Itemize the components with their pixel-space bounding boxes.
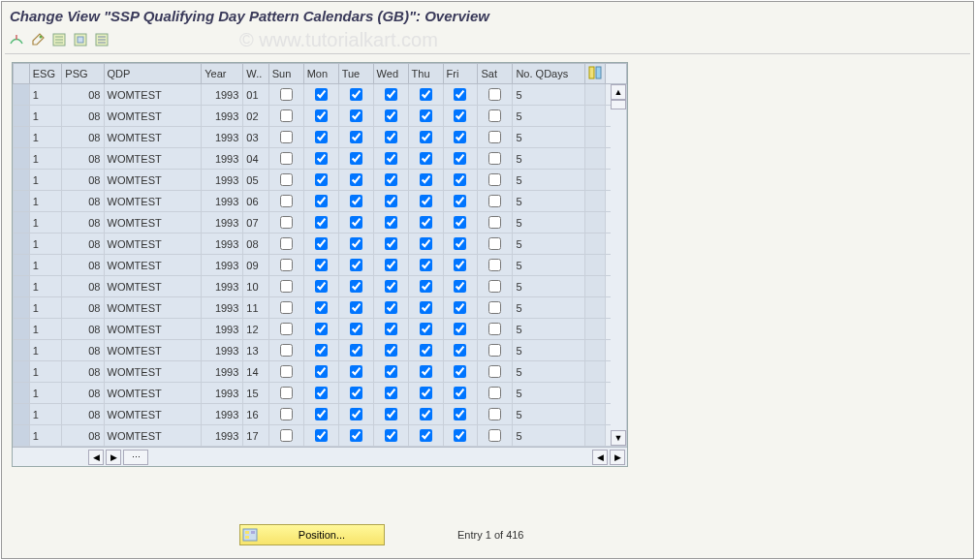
checkbox-fri[interactable] [454,323,466,335]
row-selector[interactable] [14,255,30,276]
cell-year[interactable]: 1993 [202,127,243,148]
cell-psg[interactable]: 08 [62,297,104,319]
cell-sun[interactable] [268,127,303,148]
cell-year[interactable]: 1993 [202,191,243,212]
table-row[interactable]: 108WOMTEST1993025 [14,106,627,127]
cell-psg[interactable]: 08 [62,191,104,212]
cell-sun[interactable] [268,255,303,276]
cell-sun[interactable] [268,170,303,191]
cell-mon[interactable] [303,148,338,170]
cell-week[interactable]: 10 [243,276,268,297]
checkbox-sun[interactable] [280,387,293,399]
cell-week[interactable]: 04 [243,148,268,170]
cell-week[interactable]: 01 [243,84,268,106]
checkbox-mon[interactable] [315,387,328,399]
checkbox-wed[interactable] [385,152,397,165]
checkbox-wed[interactable] [385,323,397,335]
checkbox-mon[interactable] [315,323,328,335]
cell-sat[interactable] [478,297,513,319]
cell-week[interactable]: 12 [243,319,268,340]
cell-fri[interactable] [443,319,478,340]
checkbox-fri[interactable] [454,195,466,207]
checkbox-thu[interactable] [420,344,432,357]
checkbox-wed[interactable] [385,429,397,442]
cell-mon[interactable] [303,191,338,212]
cell-year[interactable]: 1993 [202,383,243,404]
cell-qdp[interactable]: WOMTEST [104,361,202,383]
cell-thu[interactable] [408,84,443,106]
cell-psg[interactable]: 08 [62,276,104,297]
cell-sat[interactable] [478,276,513,297]
checkbox-sun[interactable] [280,237,293,250]
cell-thu[interactable] [408,425,443,447]
checkbox-wed[interactable] [385,237,397,250]
cell-tue[interactable] [338,191,373,212]
cell-fri[interactable] [443,212,478,233]
cell-tue[interactable] [338,425,373,447]
cell-wed[interactable] [373,84,408,106]
checkbox-wed[interactable] [385,408,397,420]
cell-qdp[interactable]: WOMTEST [104,233,202,255]
cell-wed[interactable] [373,319,408,340]
checkbox-wed[interactable] [385,173,397,186]
delete-icon[interactable] [93,31,110,48]
checkbox-tue[interactable] [350,365,362,378]
col-mon[interactable]: Mon [303,64,338,84]
checkbox-tue[interactable] [350,280,362,293]
cell-thu[interactable] [408,297,443,319]
checkbox-sun[interactable] [280,259,293,271]
cell-tue[interactable] [338,404,373,425]
checkbox-sat[interactable] [488,109,501,122]
cell-week[interactable]: 06 [243,191,268,212]
cell-sat[interactable] [478,170,513,191]
cell-wed[interactable] [373,233,408,255]
cell-fri[interactable] [443,404,478,425]
checkbox-mon[interactable] [315,131,328,143]
table-row[interactable]: 108WOMTEST1993055 [14,170,627,191]
cell-year[interactable]: 1993 [202,255,243,276]
table-row[interactable]: 108WOMTEST1993095 [14,255,627,276]
cell-wed[interactable] [373,148,408,170]
cell-fri[interactable] [443,425,478,447]
checkbox-sat[interactable] [488,152,501,165]
col-wed[interactable]: Wed [373,64,408,84]
cell-sun[interactable] [268,84,303,106]
cell-mon[interactable] [303,170,338,191]
cell-esg[interactable]: 1 [29,319,62,340]
col-fri[interactable]: Fri [443,64,478,84]
cell-mon[interactable] [303,106,338,127]
checkbox-sun[interactable] [280,131,293,143]
cell-tue[interactable] [338,106,373,127]
checkbox-wed[interactable] [385,131,397,143]
hscroll-thumb[interactable]: ⋯ [123,450,148,465]
cell-psg[interactable]: 08 [62,148,104,170]
cell-esg[interactable]: 1 [29,383,62,404]
cell-tue[interactable] [338,255,373,276]
row-selector[interactable] [14,191,30,212]
table-row[interactable]: 108WOMTEST1993045 [14,148,627,170]
configure-columns-icon[interactable] [584,64,606,84]
cell-sun[interactable] [268,233,303,255]
cell-sat[interactable] [478,148,513,170]
scroll-track[interactable] [611,109,626,430]
cell-esg[interactable]: 1 [29,191,62,212]
cell-week[interactable]: 08 [243,233,268,255]
cell-week[interactable]: 09 [243,255,268,276]
cell-tue[interactable] [338,276,373,297]
cell-esg[interactable]: 1 [29,148,62,170]
row-selector[interactable] [14,127,30,148]
scroll-up-icon[interactable]: ▲ [611,84,626,100]
checkbox-tue[interactable] [350,237,362,250]
checkbox-mon[interactable] [315,173,328,186]
checkbox-fri[interactable] [454,280,466,293]
cell-esg[interactable]: 1 [29,170,62,191]
row-selector[interactable] [14,170,30,191]
cell-psg[interactable]: 08 [62,361,104,383]
cell-qdp[interactable]: WOMTEST [104,383,202,404]
cell-wed[interactable] [373,383,408,404]
cell-no-qdays[interactable]: 5 [513,383,584,404]
cell-psg[interactable]: 08 [62,255,104,276]
cell-fri[interactable] [443,170,478,191]
cell-year[interactable]: 1993 [202,276,243,297]
cell-qdp[interactable]: WOMTEST [104,212,202,233]
